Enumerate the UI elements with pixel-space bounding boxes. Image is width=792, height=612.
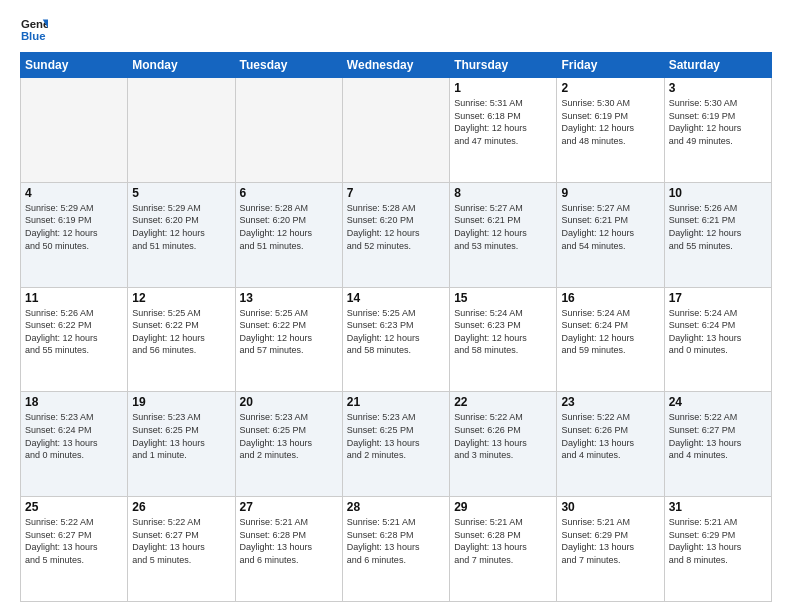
calendar-cell: 7Sunrise: 5:28 AM Sunset: 6:20 PM Daylig…: [342, 182, 449, 287]
day-info: Sunrise: 5:23 AM Sunset: 6:24 PM Dayligh…: [25, 411, 123, 461]
day-number: 17: [669, 291, 767, 305]
calendar-cell: [128, 78, 235, 183]
day-info: Sunrise: 5:25 AM Sunset: 6:22 PM Dayligh…: [240, 307, 338, 357]
day-number: 11: [25, 291, 123, 305]
day-info: Sunrise: 5:21 AM Sunset: 6:28 PM Dayligh…: [454, 516, 552, 566]
day-number: 27: [240, 500, 338, 514]
header: GeneralBlue: [20, 16, 772, 44]
calendar-cell: 17Sunrise: 5:24 AM Sunset: 6:24 PM Dayli…: [664, 287, 771, 392]
day-info: Sunrise: 5:25 AM Sunset: 6:22 PM Dayligh…: [132, 307, 230, 357]
weekday-header-saturday: Saturday: [664, 53, 771, 78]
weekday-header-friday: Friday: [557, 53, 664, 78]
day-info: Sunrise: 5:29 AM Sunset: 6:19 PM Dayligh…: [25, 202, 123, 252]
calendar-cell: 10Sunrise: 5:26 AM Sunset: 6:21 PM Dayli…: [664, 182, 771, 287]
calendar-week-row: 18Sunrise: 5:23 AM Sunset: 6:24 PM Dayli…: [21, 392, 772, 497]
weekday-header-tuesday: Tuesday: [235, 53, 342, 78]
calendar-cell: 19Sunrise: 5:23 AM Sunset: 6:25 PM Dayli…: [128, 392, 235, 497]
day-number: 13: [240, 291, 338, 305]
day-info: Sunrise: 5:22 AM Sunset: 6:27 PM Dayligh…: [669, 411, 767, 461]
calendar-cell: 23Sunrise: 5:22 AM Sunset: 6:26 PM Dayli…: [557, 392, 664, 497]
calendar-cell: 3Sunrise: 5:30 AM Sunset: 6:19 PM Daylig…: [664, 78, 771, 183]
day-info: Sunrise: 5:27 AM Sunset: 6:21 PM Dayligh…: [561, 202, 659, 252]
day-info: Sunrise: 5:21 AM Sunset: 6:28 PM Dayligh…: [347, 516, 445, 566]
day-number: 5: [132, 186, 230, 200]
calendar-cell: 1Sunrise: 5:31 AM Sunset: 6:18 PM Daylig…: [450, 78, 557, 183]
calendar-week-row: 11Sunrise: 5:26 AM Sunset: 6:22 PM Dayli…: [21, 287, 772, 392]
calendar-cell: 21Sunrise: 5:23 AM Sunset: 6:25 PM Dayli…: [342, 392, 449, 497]
calendar-cell: 12Sunrise: 5:25 AM Sunset: 6:22 PM Dayli…: [128, 287, 235, 392]
calendar-cell: 18Sunrise: 5:23 AM Sunset: 6:24 PM Dayli…: [21, 392, 128, 497]
day-info: Sunrise: 5:31 AM Sunset: 6:18 PM Dayligh…: [454, 97, 552, 147]
calendar-cell: 24Sunrise: 5:22 AM Sunset: 6:27 PM Dayli…: [664, 392, 771, 497]
day-info: Sunrise: 5:24 AM Sunset: 6:24 PM Dayligh…: [669, 307, 767, 357]
day-number: 12: [132, 291, 230, 305]
day-info: Sunrise: 5:28 AM Sunset: 6:20 PM Dayligh…: [240, 202, 338, 252]
calendar-cell: 11Sunrise: 5:26 AM Sunset: 6:22 PM Dayli…: [21, 287, 128, 392]
page: GeneralBlue SundayMondayTuesdayWednesday…: [0, 0, 792, 612]
calendar-cell: [235, 78, 342, 183]
day-number: 22: [454, 395, 552, 409]
calendar-week-row: 25Sunrise: 5:22 AM Sunset: 6:27 PM Dayli…: [21, 497, 772, 602]
calendar-table: SundayMondayTuesdayWednesdayThursdayFrid…: [20, 52, 772, 602]
day-info: Sunrise: 5:22 AM Sunset: 6:27 PM Dayligh…: [25, 516, 123, 566]
day-info: Sunrise: 5:30 AM Sunset: 6:19 PM Dayligh…: [669, 97, 767, 147]
day-number: 19: [132, 395, 230, 409]
day-number: 29: [454, 500, 552, 514]
calendar-week-row: 4Sunrise: 5:29 AM Sunset: 6:19 PM Daylig…: [21, 182, 772, 287]
calendar-cell: [342, 78, 449, 183]
calendar-cell: 14Sunrise: 5:25 AM Sunset: 6:23 PM Dayli…: [342, 287, 449, 392]
day-info: Sunrise: 5:23 AM Sunset: 6:25 PM Dayligh…: [132, 411, 230, 461]
day-number: 25: [25, 500, 123, 514]
day-info: Sunrise: 5:27 AM Sunset: 6:21 PM Dayligh…: [454, 202, 552, 252]
calendar-cell: 5Sunrise: 5:29 AM Sunset: 6:20 PM Daylig…: [128, 182, 235, 287]
calendar-cell: 30Sunrise: 5:21 AM Sunset: 6:29 PM Dayli…: [557, 497, 664, 602]
day-number: 23: [561, 395, 659, 409]
weekday-header-sunday: Sunday: [21, 53, 128, 78]
day-number: 9: [561, 186, 659, 200]
calendar-cell: 29Sunrise: 5:21 AM Sunset: 6:28 PM Dayli…: [450, 497, 557, 602]
day-info: Sunrise: 5:23 AM Sunset: 6:25 PM Dayligh…: [347, 411, 445, 461]
day-number: 3: [669, 81, 767, 95]
day-number: 20: [240, 395, 338, 409]
day-info: Sunrise: 5:22 AM Sunset: 6:26 PM Dayligh…: [454, 411, 552, 461]
day-info: Sunrise: 5:24 AM Sunset: 6:23 PM Dayligh…: [454, 307, 552, 357]
day-info: Sunrise: 5:29 AM Sunset: 6:20 PM Dayligh…: [132, 202, 230, 252]
day-number: 14: [347, 291, 445, 305]
day-info: Sunrise: 5:22 AM Sunset: 6:26 PM Dayligh…: [561, 411, 659, 461]
day-number: 24: [669, 395, 767, 409]
day-number: 4: [25, 186, 123, 200]
day-number: 18: [25, 395, 123, 409]
day-number: 21: [347, 395, 445, 409]
calendar-cell: 26Sunrise: 5:22 AM Sunset: 6:27 PM Dayli…: [128, 497, 235, 602]
svg-text:Blue: Blue: [21, 30, 46, 42]
day-info: Sunrise: 5:21 AM Sunset: 6:29 PM Dayligh…: [561, 516, 659, 566]
day-info: Sunrise: 5:26 AM Sunset: 6:21 PM Dayligh…: [669, 202, 767, 252]
calendar-cell: 9Sunrise: 5:27 AM Sunset: 6:21 PM Daylig…: [557, 182, 664, 287]
calendar-cell: 22Sunrise: 5:22 AM Sunset: 6:26 PM Dayli…: [450, 392, 557, 497]
day-number: 28: [347, 500, 445, 514]
calendar-cell: [21, 78, 128, 183]
calendar-cell: 16Sunrise: 5:24 AM Sunset: 6:24 PM Dayli…: [557, 287, 664, 392]
calendar-week-row: 1Sunrise: 5:31 AM Sunset: 6:18 PM Daylig…: [21, 78, 772, 183]
day-number: 7: [347, 186, 445, 200]
calendar-cell: 27Sunrise: 5:21 AM Sunset: 6:28 PM Dayli…: [235, 497, 342, 602]
day-info: Sunrise: 5:23 AM Sunset: 6:25 PM Dayligh…: [240, 411, 338, 461]
calendar-cell: 4Sunrise: 5:29 AM Sunset: 6:19 PM Daylig…: [21, 182, 128, 287]
calendar-cell: 2Sunrise: 5:30 AM Sunset: 6:19 PM Daylig…: [557, 78, 664, 183]
day-number: 6: [240, 186, 338, 200]
day-info: Sunrise: 5:22 AM Sunset: 6:27 PM Dayligh…: [132, 516, 230, 566]
day-info: Sunrise: 5:21 AM Sunset: 6:28 PM Dayligh…: [240, 516, 338, 566]
day-number: 10: [669, 186, 767, 200]
weekday-header-thursday: Thursday: [450, 53, 557, 78]
calendar-cell: 31Sunrise: 5:21 AM Sunset: 6:29 PM Dayli…: [664, 497, 771, 602]
day-number: 1: [454, 81, 552, 95]
calendar-header-row: SundayMondayTuesdayWednesdayThursdayFrid…: [21, 53, 772, 78]
day-info: Sunrise: 5:24 AM Sunset: 6:24 PM Dayligh…: [561, 307, 659, 357]
day-info: Sunrise: 5:30 AM Sunset: 6:19 PM Dayligh…: [561, 97, 659, 147]
calendar-cell: 28Sunrise: 5:21 AM Sunset: 6:28 PM Dayli…: [342, 497, 449, 602]
day-number: 26: [132, 500, 230, 514]
calendar-cell: 25Sunrise: 5:22 AM Sunset: 6:27 PM Dayli…: [21, 497, 128, 602]
day-number: 16: [561, 291, 659, 305]
calendar-cell: 13Sunrise: 5:25 AM Sunset: 6:22 PM Dayli…: [235, 287, 342, 392]
weekday-header-monday: Monday: [128, 53, 235, 78]
